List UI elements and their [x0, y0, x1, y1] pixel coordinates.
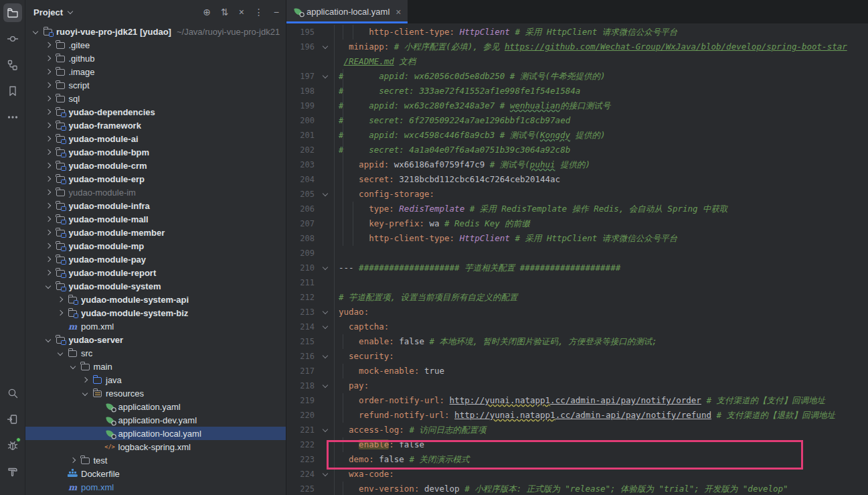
code-line-201[interactable]: 201# appid: wxc4598c446f8a9cb3 # 测试号(Kon… [286, 128, 868, 143]
code-line-204[interactable]: 204 secret: 3218bcbd112cbc614c7264ceb201… [286, 172, 868, 187]
code-line-218[interactable]: 218 pay: [286, 378, 868, 393]
search-icon[interactable] [3, 384, 22, 403]
chevron-right-icon[interactable] [42, 240, 54, 252]
code-line-215[interactable]: 215 enable: false # 本地环境, 暂时关闭图片验证码, 方便登… [286, 334, 868, 349]
tree-item-test[interactable]: test [25, 453, 286, 467]
chevron-right-icon[interactable] [42, 92, 54, 104]
tree-item-yudao-dependencies[interactable]: yudao-dependencies [25, 105, 286, 119]
hide-panel-icon[interactable]: − [274, 7, 279, 17]
chevron-right-icon[interactable] [42, 79, 54, 91]
chevron-right-icon[interactable] [42, 186, 54, 198]
collapse-all-icon[interactable]: × [239, 7, 244, 17]
chevron-down-icon[interactable] [42, 280, 54, 292]
tree-item-yudao-module-system-api[interactable]: yudao-module-system-api [25, 293, 286, 306]
chevron-right-icon[interactable] [42, 200, 54, 212]
tree-item-yudao-module-ai[interactable]: yudao-module-ai [25, 132, 286, 145]
tree-item-application-local.yaml[interactable]: application-local.yaml [25, 427, 286, 440]
chevron-right-icon[interactable] [42, 213, 54, 225]
code-line-196[interactable]: 196 miniapp: # 小程序配置(必填), 参见 https://git… [286, 40, 868, 54]
fold-chevron-icon[interactable] [315, 378, 335, 393]
chevron-right-icon[interactable] [54, 307, 66, 319]
tree-item-sql[interactable]: sql [25, 92, 286, 105]
code-line-197[interactable]: 197# appid: wx62056c0d5e8db250 # 测试号(牛希尧… [286, 69, 868, 84]
chevron-right-icon[interactable] [54, 293, 66, 305]
fold-chevron-icon[interactable] [315, 467, 335, 482]
tree-item-.gitee[interactable]: .gitee [25, 38, 286, 52]
tree-item-pom.xml[interactable]: mpom.xml [25, 320, 286, 333]
structure-icon[interactable] [3, 56, 22, 74]
tree-item-yudao-module-system[interactable]: yudao-module-system [25, 279, 286, 293]
tree-item-yudao-module-system-biz[interactable]: yudao-module-system-biz [25, 306, 286, 320]
code-line-220[interactable]: 220 refund-notify-url: http://yunai.nata… [286, 408, 868, 423]
code-line-199[interactable]: 199# appid: wx63c280fe3248a3e7 # wenhual… [286, 98, 868, 113]
tree-item-yudao-module-member[interactable]: yudao-module-member [25, 226, 286, 239]
tree-item-dockerfile[interactable]: Dockerfile [25, 467, 286, 480]
tree-item-yudao-module-pay[interactable]: yudao-module-pay [25, 253, 286, 266]
chevron-right-icon[interactable] [42, 66, 54, 78]
locate-icon[interactable]: ⊕ [203, 7, 211, 17]
fold-chevron-icon[interactable] [315, 261, 335, 275]
tree-item-.image[interactable]: .image [25, 65, 286, 78]
chevron-right-icon[interactable] [42, 253, 54, 265]
tree-item-src[interactable]: src [25, 346, 286, 360]
code-line-219[interactable]: 219 order-notify-url: http://yunai.natap… [286, 393, 868, 408]
code-line-205[interactable]: 205 config-storage: [286, 187, 868, 202]
chevron-down-icon[interactable] [79, 387, 91, 399]
tree-item-application-dev.yaml[interactable]: application-dev.yaml [25, 413, 286, 427]
tree-item-yudao-module-infra[interactable]: yudao-module-infra [25, 199, 286, 212]
code-line-wrap[interactable]: /README.md 文档 [286, 54, 868, 69]
expand-collapse-icon[interactable]: ⇅ [221, 7, 229, 17]
code-line-216[interactable]: 216 security: [286, 349, 868, 364]
build-icon[interactable] [3, 462, 22, 481]
tree-item-yudao-module-report[interactable]: yudao-module-report [25, 266, 286, 279]
fold-chevron-icon[interactable] [315, 187, 335, 202]
code-line-203[interactable]: 203 appid: wx66186af0759f47c9 # 测试号(puhu… [286, 157, 868, 172]
fold-chevron-icon[interactable] [315, 69, 335, 84]
chevron-right-icon[interactable] [42, 119, 54, 131]
chevron-right-icon[interactable] [42, 52, 54, 64]
code-line-209[interactable]: 209 [286, 246, 868, 261]
services-icon[interactable] [3, 410, 22, 429]
close-icon[interactable]: × [396, 7, 401, 17]
tree-item-application.yaml[interactable]: application.yaml [25, 400, 286, 413]
tab-application-local-yaml[interactable]: application-local.yaml × [286, 0, 408, 23]
chevron-right-icon[interactable] [42, 173, 54, 185]
code-line-198[interactable]: 198# secret: 333ae72f41552af1e998fe1f54e… [286, 84, 868, 98]
bookmarks-icon[interactable] [3, 82, 22, 100]
code-line-214[interactable]: 214 captcha: [286, 320, 868, 334]
tree-item-script[interactable]: script [25, 78, 286, 92]
tree-item-yudao-module-crm[interactable]: yudao-module-crm [25, 159, 286, 172]
code-line-200[interactable]: 200# secret: 6f270509224a7ae1296bbf1c8cb… [286, 113, 868, 128]
project-folder-icon[interactable] [3, 3, 22, 22]
code-line-202[interactable]: 202# secret: 4a1a04e07f6a4a0751b39c3064a… [286, 143, 868, 157]
chevron-right-icon[interactable] [42, 146, 54, 158]
code-line-213[interactable]: 213yudao: [286, 305, 868, 320]
code-line-195[interactable]: 195 http-client-type: HttpClient # 采用 Ht… [286, 25, 868, 40]
code-area[interactable]: 195 http-client-type: HttpClient # 采用 Ht… [286, 23, 868, 495]
tree-item-yudao-server[interactable]: yudao-server [25, 333, 286, 346]
tree-item-ruoyi-vue-pro-jdk21-yudao-[interactable]: ruoyi-vue-pro-jdk21 [yudao]~/Java/ruoyi-… [25, 25, 286, 38]
chevron-right-icon[interactable] [42, 267, 54, 279]
code-line-210[interactable]: 210--- #################### 芋道相关配置 #####… [286, 261, 868, 275]
chevron-down-icon[interactable] [54, 347, 66, 359]
code-line-223[interactable]: 223 demo: false # 关闭演示模式 [286, 452, 868, 467]
chevron-right-icon[interactable] [42, 159, 54, 171]
tree-item-yudao-framework[interactable]: yudao-framework [25, 119, 286, 132]
tree-item-yudao-module-im[interactable]: yudao-module-im [25, 186, 286, 199]
tree-item-yudao-module-mp[interactable]: yudao-module-mp [25, 239, 286, 253]
code-line-222[interactable]: 222 enable: false [286, 437, 868, 452]
chevron-right-icon[interactable] [67, 454, 79, 466]
tree-item-resources[interactable]: resources [25, 386, 286, 400]
code-line-206[interactable]: 206 type: RedisTemplate # 采用 RedisTempla… [286, 202, 868, 216]
tree-item-yudao-module-erp[interactable]: yudao-module-erp [25, 172, 286, 186]
code-line-221[interactable]: 221 access-log: # 访问日志的配置项 [286, 423, 868, 437]
more-tools-icon[interactable] [3, 108, 22, 127]
tree-item-.github[interactable]: .github [25, 52, 286, 65]
chevron-right-icon[interactable] [42, 39, 54, 51]
commit-icon[interactable] [3, 29, 22, 48]
chevron-down-icon[interactable] [66, 7, 75, 17]
code-line-224[interactable]: 224 wxa-code: [286, 467, 868, 482]
chevron-right-icon[interactable] [42, 106, 54, 118]
fold-chevron-icon[interactable] [315, 305, 335, 320]
fold-chevron-icon[interactable] [315, 423, 335, 437]
